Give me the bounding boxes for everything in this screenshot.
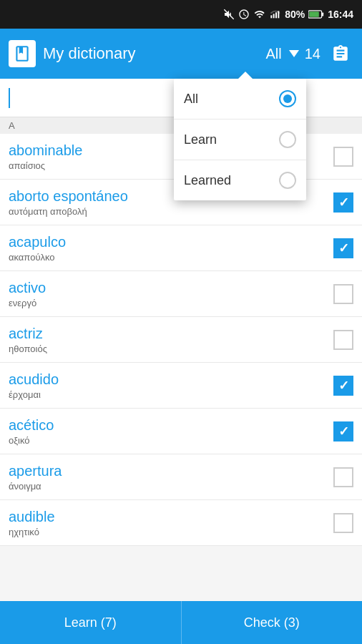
word-count: 14 (305, 46, 321, 62)
filter-option-label: Learn (184, 132, 279, 147)
word-text-block: actriz ηθοποιός (9, 326, 333, 354)
word-sub: ηχητικό (9, 527, 333, 537)
signal-icon (270, 9, 281, 20)
word-sub: έρχομαι (9, 389, 333, 400)
word-checkbox[interactable]: ✓ (333, 421, 353, 441)
word-main: audible (9, 509, 333, 525)
status-bar: 80% 16:44 (0, 0, 362, 29)
clipboard-button[interactable] (328, 41, 353, 67)
word-main: acapulco (9, 234, 333, 250)
filter-dropdown[interactable]: All Learn Learned (174, 79, 306, 200)
list-item[interactable]: audible ηχητικό (0, 500, 362, 546)
word-checkbox[interactable]: ✓ (333, 238, 353, 258)
word-sub: ηθοποιός (9, 343, 333, 354)
dropdown-arrow (238, 72, 253, 79)
search-cursor (9, 88, 10, 108)
svg-rect-1 (270, 15, 272, 18)
clock: 16:44 (328, 9, 353, 20)
checkmark-icon: ✓ (338, 240, 349, 256)
filter-option-learn[interactable]: Learn (174, 119, 306, 160)
learn-button-label: Learn (7) (64, 615, 117, 630)
word-checkbox[interactable] (333, 284, 353, 304)
word-main: actriz (9, 326, 333, 342)
radio-fill (283, 94, 292, 103)
check-button[interactable]: Check (3) (182, 601, 363, 644)
section-label: A (9, 120, 15, 131)
radio-button[interactable] (279, 90, 296, 107)
status-icons: 80% 16:44 (223, 9, 353, 20)
word-text-block: audible ηχητικό (9, 509, 333, 537)
word-text-block: acudido έρχομαι (9, 371, 333, 400)
word-checkbox[interactable] (333, 513, 353, 533)
word-checkbox[interactable] (333, 147, 353, 167)
filter-option-all[interactable]: All (174, 79, 306, 119)
word-text-block: activo ενεργό (9, 280, 333, 308)
word-checkbox[interactable]: ✓ (333, 376, 353, 396)
list-item[interactable]: acético οξικό ✓ (0, 409, 362, 454)
filter-option-label: Learned (184, 173, 279, 188)
app-header: My dictionary All 14 (0, 29, 362, 79)
word-main: acético (9, 417, 333, 434)
checkmark-icon: ✓ (338, 378, 349, 394)
word-text-block: acético οξικό (9, 417, 333, 446)
filter-label[interactable]: All (266, 46, 282, 62)
word-sub: ακαπούλκο (9, 252, 333, 263)
svg-rect-6 (322, 12, 323, 16)
list-item[interactable]: activo ενεργό (0, 271, 362, 317)
word-sub: άνοιγμα (9, 481, 333, 492)
word-checkbox[interactable] (333, 467, 353, 487)
battery-icon (308, 9, 324, 19)
word-sub: ενεργό (9, 298, 333, 308)
svg-rect-3 (275, 12, 277, 18)
word-main: apertura (9, 463, 333, 479)
wifi-icon (253, 9, 266, 20)
svg-rect-4 (278, 11, 279, 18)
svg-marker-8 (289, 50, 299, 57)
list-item[interactable]: acapulco ακαπούλκο ✓ (0, 225, 362, 271)
svg-rect-2 (273, 14, 275, 18)
list-item[interactable]: apertura άνοιγμα (0, 454, 362, 500)
word-sub: αυτόματη αποβολή (9, 206, 333, 217)
list-item[interactable]: actriz ηθοποιός (0, 317, 362, 363)
radio-button[interactable] (279, 131, 296, 148)
word-checkbox[interactable] (333, 330, 353, 350)
list-item[interactable]: acudido έρχομαι ✓ (0, 363, 362, 409)
book-icon (13, 44, 31, 63)
learn-button[interactable]: Learn (7) (0, 601, 182, 644)
word-text-block: apertura άνοιγμα (9, 463, 333, 492)
bottom-bar: Learn (7) Check (3) (0, 601, 362, 644)
word-text-block: acapulco ακαπούλκο (9, 234, 333, 263)
checkmark-icon: ✓ (338, 195, 349, 210)
mute-icon (223, 9, 235, 20)
checkmark-icon: ✓ (338, 424, 349, 439)
check-button-label: Check (3) (244, 615, 300, 630)
filter-arrow-icon[interactable] (289, 50, 299, 57)
word-sub: οξικό (9, 435, 333, 446)
battery-level: 80% (285, 9, 305, 20)
app-logo (9, 40, 36, 67)
clipboard-icon (331, 44, 350, 64)
word-main: activo (9, 280, 333, 296)
alarm-icon (238, 9, 250, 20)
word-main: acudido (9, 371, 333, 388)
app-title: My dictionary (43, 44, 266, 63)
filter-option-label: All (184, 92, 279, 107)
svg-rect-7 (309, 11, 319, 17)
radio-button[interactable] (279, 172, 296, 189)
filter-option-learned[interactable]: Learned (174, 160, 306, 200)
word-checkbox[interactable]: ✓ (333, 192, 353, 213)
